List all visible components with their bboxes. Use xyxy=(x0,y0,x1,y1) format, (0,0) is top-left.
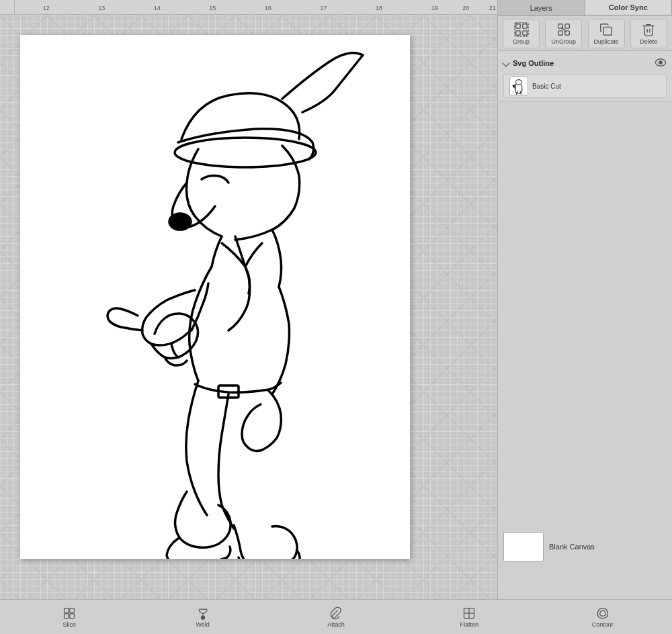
tab-bar: Layers Color Sync xyxy=(498,0,672,16)
svg-point-17 xyxy=(513,85,515,87)
drawing-svg xyxy=(20,35,410,559)
layer-section: Svg Outline Basic Cu xyxy=(498,51,672,101)
blank-canvas-thumbnail xyxy=(503,532,544,561)
svg-outline-label: Svg Outline xyxy=(513,59,652,67)
ruler-mark-13: 13 xyxy=(98,5,105,11)
ruler-top: 12 13 14 15 16 17 18 19 20 21 xyxy=(0,0,497,15)
ruler-mark-21: 21 xyxy=(489,5,496,11)
ruler-mark-14: 14 xyxy=(154,5,161,11)
svg-rect-7 xyxy=(515,22,528,36)
flatten-button[interactable]: Flatten xyxy=(453,602,485,632)
contour-button[interactable]: Contour xyxy=(587,602,619,632)
panel-content: Blank Canvas xyxy=(498,101,672,634)
delete-button[interactable]: Delete xyxy=(630,19,667,48)
chevron-icon xyxy=(502,59,509,66)
canvas-grid[interactable] xyxy=(0,15,497,634)
blank-canvas-section: Blank Canvas xyxy=(498,527,672,567)
slice-button[interactable]: Slice xyxy=(53,602,85,632)
svg-rect-10 xyxy=(558,30,562,34)
layer-thumbnail xyxy=(509,77,528,95)
svg-rect-5 xyxy=(515,30,519,34)
svg-rect-4 xyxy=(522,24,526,28)
svg-rect-19 xyxy=(70,608,75,613)
svg-rect-21 xyxy=(70,613,75,618)
svg-rect-6 xyxy=(522,30,526,34)
svg-rect-13 xyxy=(603,27,612,35)
svg-rect-18 xyxy=(65,608,69,613)
ruler-mark-17: 17 xyxy=(321,5,327,11)
ruler-mark-19: 19 xyxy=(431,5,438,11)
eye-icon[interactable] xyxy=(655,56,667,70)
svg-point-15 xyxy=(659,61,663,64)
ruler-corner xyxy=(0,0,15,15)
svg-rect-20 xyxy=(65,613,69,618)
blank-canvas-label: Blank Canvas xyxy=(549,543,595,551)
ruler-mark-18: 18 xyxy=(376,5,382,11)
tab-layers[interactable]: Layers xyxy=(498,0,585,15)
weld-button[interactable]: Weld xyxy=(187,602,219,632)
svg-point-16 xyxy=(516,80,522,85)
svg-rect-3 xyxy=(515,24,519,28)
bottom-toolbar: Slice Weld Attach Flatten xyxy=(0,599,672,634)
ruler-marks: 12 13 14 15 16 17 18 19 20 21 xyxy=(15,0,497,13)
canvas-area: 12 13 14 15 16 17 18 19 20 21 xyxy=(0,0,497,634)
attach-button[interactable]: Attach xyxy=(320,602,352,632)
ungroup-button[interactable]: UnGroup xyxy=(545,19,582,48)
ruler-mark-20: 20 xyxy=(462,5,469,11)
svg-rect-9 xyxy=(565,24,569,28)
group-button[interactable]: Group xyxy=(503,19,540,48)
ruler-mark-15: 15 xyxy=(209,5,216,11)
layer-header: Svg Outline xyxy=(503,54,667,73)
basic-cut-label: Basic Cut xyxy=(532,83,561,90)
ruler-mark-12: 12 xyxy=(43,5,50,11)
basic-cut-layer-item[interactable]: Basic Cut xyxy=(503,74,667,98)
duplicate-button[interactable]: Duplicate xyxy=(588,19,625,48)
right-panel: Layers Color Sync Group xyxy=(497,0,672,634)
ruler-mark-16: 16 xyxy=(265,5,271,11)
svg-point-22 xyxy=(201,616,204,619)
tab-color-sync[interactable]: Color Sync xyxy=(585,0,673,15)
svg-point-1 xyxy=(169,214,191,230)
toolbar-row: Group UnGroup Duplicate xyxy=(498,16,672,51)
canvas-work xyxy=(0,15,497,634)
